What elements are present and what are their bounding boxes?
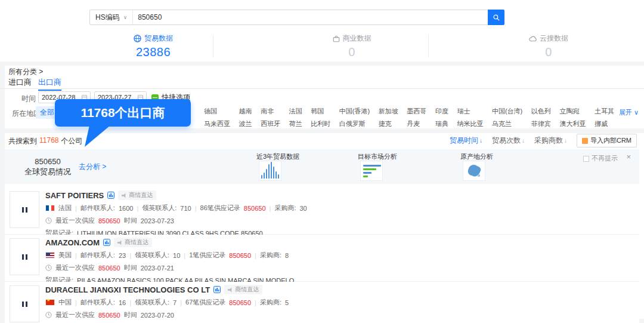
import-crm-button[interactable]: 导入内部CRM [577, 134, 637, 147]
trade-summary-card: 850650 全球贸易情况 去分析 > 近3年贸易数据 目标市场分析 原产地分析… [5, 149, 639, 184]
results-summary: 共搜索到 11768 个公司 [8, 136, 82, 146]
stat-divider [213, 35, 213, 57]
tab-exporter[interactable]: 出口商 [38, 77, 61, 91]
results-count: 11768 [39, 136, 58, 146]
origin-map-icon [465, 162, 483, 179]
expand-label: 展开 [619, 109, 632, 116]
page-margin-strip [0, 66, 5, 319]
company-name[interactable]: DURACELL JIANGXI TECHNOLOGIES CO LT [45, 285, 210, 294]
dismiss-checkbox[interactable] [583, 156, 589, 162]
country-column[interactable]: 以色列菲律宾 [531, 107, 551, 128]
hs-code: 850650 [19, 156, 76, 167]
last-supply-line: 最近一次供应 850650 时间 2023-07-21 [45, 263, 633, 272]
flag-france-icon [45, 205, 55, 211]
sort-trade-time[interactable]: 贸易时间↓ [450, 136, 482, 146]
search-category-label: HS编码 [95, 13, 120, 23]
business-insight-tag[interactable]: 商情直达 [224, 285, 262, 294]
stat-label: 商业数据 [343, 33, 371, 44]
company-photo[interactable] [10, 238, 39, 275]
megaphone-icon [117, 240, 123, 245]
company-meta: 法国| 邮件联系人:1600| 领英联系人:710| 86笔供应记录850650… [45, 204, 633, 213]
origin-chart-title: 原产地分析 [460, 152, 493, 161]
country-filter-list: 德国马来西亚 越南波兰 南非西班牙 法国荷兰 韩国比利时 中国(香港)白俄罗斯 … [204, 107, 614, 128]
sort-down-icon: ↓ [564, 137, 567, 144]
stat-cloud-search[interactable]: 云搜数据 0 [498, 33, 599, 59]
stat-trade-data[interactable]: 贸易数据 23886 [103, 33, 204, 59]
stat-label: 贸易数据 [144, 33, 173, 44]
company-report-icon[interactable] [213, 286, 221, 293]
expand-countries-button[interactable]: 展开 ∨ [619, 108, 639, 117]
company-photo[interactable] [10, 285, 39, 322]
import-crm-icon [582, 138, 588, 144]
search-input[interactable] [133, 10, 488, 24]
clock-icon [45, 217, 52, 224]
dismiss-option[interactable]: 不再提示 [583, 154, 618, 163]
breadcrumb[interactable]: 所有分类 > [8, 67, 43, 77]
country-column[interactable]: 土耳其挪威 [595, 107, 614, 128]
company-photo[interactable] [10, 191, 39, 228]
country-column[interactable]: 法国荷兰 [289, 107, 302, 128]
trend-chart-title: 近3年贸易数据 [256, 152, 299, 161]
business-data-icon [333, 35, 340, 42]
country-column[interactable]: 印度瑞典 [435, 107, 448, 128]
company-meta: 美国| 邮件联系人:23| 领英联系人:10| 1笔供应记录850650| 采购… [45, 251, 633, 260]
sort-trade-count[interactable]: 贸易次数↓ [492, 136, 525, 146]
person-silhouette-icon [22, 254, 27, 260]
clock-icon [45, 264, 52, 271]
origin-map-thumb[interactable] [463, 161, 485, 181]
company-card: AMAZON.COM 商情直达 美国| 邮件联系人:23| 领英联系人:10| … [5, 235, 639, 282]
country-column[interactable]: 越南波兰 [239, 107, 252, 128]
close-icon[interactable]: × [626, 152, 631, 161]
country-column[interactable]: 墨西哥丹麦 [407, 107, 426, 128]
exporter-count-tooltip: 11768个出口商 [55, 99, 191, 127]
tooltip-pointer [78, 125, 113, 148]
time-filter-label: 时间 [21, 94, 36, 104]
chevron-down-icon: ∨ [634, 109, 639, 116]
country-column[interactable]: 中国(香港)白俄罗斯 [339, 107, 370, 128]
company-name[interactable]: SAFT POITIERS [45, 191, 104, 200]
dismiss-label: 不再提示 [592, 154, 618, 163]
stat-value: 0 [348, 45, 355, 59]
summary-code-title: 850650 全球贸易情况 [19, 156, 76, 177]
person-silhouette-icon [22, 302, 27, 307]
tab-importer[interactable]: 进口商 [8, 77, 32, 88]
megaphone-icon [122, 193, 127, 198]
company-report-icon[interactable] [107, 192, 114, 199]
country-column[interactable]: 新加坡捷克 [379, 107, 398, 128]
cloud-search-icon [529, 35, 537, 42]
country-column[interactable]: 德国马来西亚 [204, 107, 230, 128]
search-icon [493, 14, 500, 21]
company-name[interactable]: AMAZON.COM [45, 238, 100, 247]
company-card: DURACELL JIANGXI TECHNOLOGIES CO LT 商情直达… [5, 282, 639, 323]
flag-usa-icon [45, 252, 55, 259]
separator-band [0, 61, 644, 66]
country-column[interactable]: 立陶宛澳大利亚 [559, 107, 586, 128]
stat-business-data[interactable]: 商业数据 0 [301, 33, 402, 59]
country-column[interactable]: 中国(台湾)乌克兰 [492, 107, 522, 128]
tabs-underline [0, 88, 644, 89]
search-bar: HS编码 ∨ [89, 10, 504, 25]
company-card: SAFT POITIERS 商情直达 法国| 邮件联系人:1600| 领英联系人… [5, 187, 639, 235]
country-column[interactable]: 南非西班牙 [261, 107, 280, 128]
sort-down-icon: ↓ [479, 137, 482, 144]
summary-title: 全球贸易情况 [19, 167, 76, 177]
last-supply-line: 最近一次供应 850650 时间 2023-07-23 [45, 216, 633, 225]
last-supply-line: 最近一次供应 850650 时间 2023-07-20 [45, 310, 633, 319]
clock-icon [45, 312, 52, 318]
trend-chart-thumb[interactable] [259, 161, 281, 181]
search-category-select[interactable]: HS编码 ∨ [90, 10, 133, 24]
country-column[interactable]: 瑞士纳米比亚 [457, 107, 483, 128]
business-insight-tag[interactable]: 商情直达 [118, 190, 156, 200]
company-report-icon[interactable] [103, 239, 110, 246]
flag-china-icon [45, 299, 55, 306]
trade-data-icon [134, 35, 141, 42]
chevron-down-icon: ∨ [123, 14, 128, 20]
business-insight-tag[interactable]: 商情直达 [114, 238, 152, 247]
analyze-link[interactable]: 去分析 > [79, 162, 106, 172]
market-chart-thumb[interactable] [360, 161, 383, 181]
stat-label: 云搜数据 [540, 33, 568, 44]
sort-buyer-count[interactable]: 采购商数↓ [534, 136, 567, 146]
search-button[interactable] [488, 10, 504, 25]
market-chart-title: 目标市场分析 [358, 152, 397, 161]
country-column[interactable]: 韩国比利时 [311, 107, 330, 128]
